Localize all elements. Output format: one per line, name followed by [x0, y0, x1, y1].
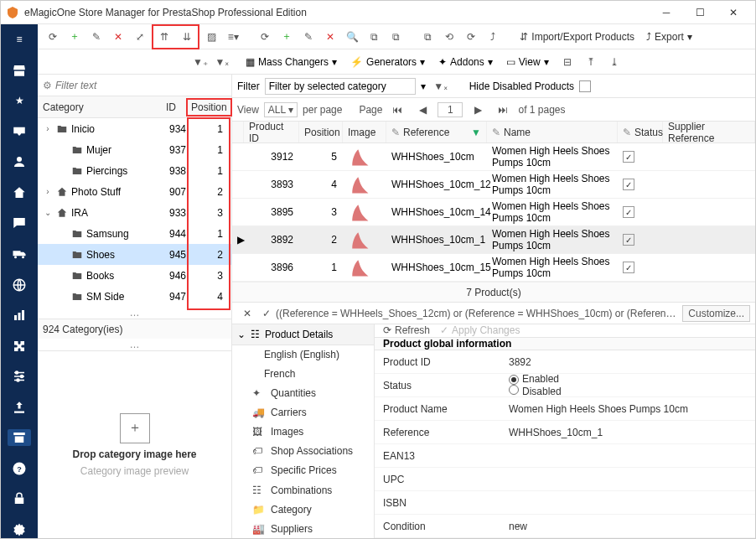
- nav-shop-assoc[interactable]: 🏷Shop Associations: [232, 442, 374, 461]
- filter-clear-button[interactable]: ▼ₓ: [431, 76, 451, 96]
- archive-icon[interactable]: [8, 429, 31, 447]
- product-refresh-button[interactable]: ⟳: [255, 27, 275, 47]
- category-filter-input[interactable]: [55, 80, 226, 91]
- filter-clear-icon[interactable]: ▼ₓ: [212, 52, 232, 72]
- detail-nav-header[interactable]: ⌄ ☷ Product Details: [232, 324, 374, 345]
- col-button-3[interactable]: ⤓: [604, 52, 624, 72]
- sliders-icon[interactable]: [8, 368, 31, 386]
- product-grid-row[interactable]: 38934WHHShoes_10cm_12Women High Heels Sh…: [232, 171, 755, 199]
- refresh-detail-button[interactable]: ⟳ Refresh: [383, 324, 430, 336]
- product-grid-row[interactable]: 38961WHHShoes_10cm_15Women High Heels Sh…: [232, 254, 755, 282]
- customize-filter-button[interactable]: Customize...: [682, 305, 750, 322]
- prev-page-button[interactable]: ◀: [412, 100, 432, 120]
- status-disabled-radio[interactable]: [509, 385, 519, 395]
- expand-button[interactable]: ⤢: [130, 27, 150, 47]
- paste-button[interactable]: ⧉: [386, 27, 406, 47]
- category-image-drop[interactable]: ＋ Drop category image here Category imag…: [38, 350, 231, 538]
- filter-close-icon[interactable]: ✕: [237, 303, 257, 324]
- maximize-button[interactable]: ☐: [683, 1, 717, 24]
- nav-suppliers[interactable]: 🏭Suppliers: [232, 519, 374, 538]
- nav-quantities[interactable]: ✦Quantities: [232, 384, 374, 403]
- globe-icon[interactable]: [8, 276, 31, 293]
- user-icon[interactable]: [8, 153, 31, 171]
- nav-carriers[interactable]: 🚚Carriers: [232, 403, 374, 422]
- window-title: eMagicOne Store Manager for PrestaShop P…: [24, 7, 650, 18]
- delete-button[interactable]: ✕: [108, 27, 128, 47]
- tool-button-3[interactable]: ⤴: [483, 27, 503, 47]
- truck-icon[interactable]: [8, 246, 31, 263]
- category-header-name[interactable]: Category: [38, 101, 148, 113]
- filter-funnel-icon[interactable]: ▼₊: [190, 52, 210, 72]
- nav-category[interactable]: 📁Category: [232, 500, 374, 519]
- gear-small-icon[interactable]: ⚙: [43, 80, 52, 91]
- product-grid-row[interactable]: ▶38922WHHShoes_10cm_1Women High Heels Sh…: [232, 226, 755, 254]
- details-icon: ☷: [251, 329, 260, 340]
- lock-icon[interactable]: [8, 490, 31, 508]
- filter-button[interactable]: ≡▾: [223, 27, 243, 47]
- last-page-button[interactable]: ⏭: [493, 100, 513, 120]
- nav-combinations[interactable]: ☷Combinations: [232, 480, 374, 500]
- titlebar: eMagicOne Store Manager for PrestaShop P…: [1, 1, 755, 24]
- view-dropdown[interactable]: ▭ View ▾: [501, 56, 554, 68]
- nav-images[interactable]: 🖼Images: [232, 422, 374, 442]
- store-icon[interactable]: [8, 62, 31, 80]
- tool-button-1[interactable]: ⟲: [439, 27, 459, 47]
- first-page-button[interactable]: ⏮: [387, 100, 407, 120]
- lang-french[interactable]: French: [232, 365, 374, 384]
- export-button[interactable]: ⤴Export▾: [641, 27, 697, 47]
- help-icon[interactable]: ?: [8, 459, 31, 477]
- product-grid-row[interactable]: 39125WHHShoes_10cmWomen High Heels Shoes…: [232, 143, 755, 171]
- col-button-2[interactable]: ⤒: [581, 52, 601, 72]
- product-delete-button[interactable]: ✕: [320, 27, 340, 47]
- move-up-button[interactable]: ⇈: [154, 27, 174, 47]
- inbox-icon[interactable]: [8, 123, 31, 141]
- header-supplier-ref[interactable]: Supplier Reference: [663, 122, 755, 143]
- tool-button-2[interactable]: ⟳: [461, 27, 481, 47]
- category-header-position[interactable]: Position: [181, 101, 231, 113]
- home-icon[interactable]: [8, 184, 31, 202]
- chat-icon[interactable]: [8, 215, 31, 232]
- star-icon[interactable]: ★: [8, 92, 31, 110]
- nav-specific-prices[interactable]: 🏷Specific Prices: [232, 461, 374, 480]
- move-down-button[interactable]: ⇊: [177, 27, 197, 47]
- category-header-id[interactable]: ID: [148, 101, 181, 113]
- header-image[interactable]: Image: [343, 122, 386, 143]
- filter-dropdown[interactable]: [265, 78, 416, 95]
- page-number-input[interactable]: 1: [438, 102, 463, 117]
- search-button[interactable]: 🔍: [342, 27, 362, 47]
- upload-icon[interactable]: [8, 398, 31, 416]
- minimize-button[interactable]: ─: [650, 1, 683, 24]
- refresh-button[interactable]: ⟳: [43, 27, 63, 47]
- edit-button[interactable]: ✎: [86, 27, 106, 47]
- menu-icon[interactable]: ≡: [8, 31, 31, 49]
- addons-dropdown[interactable]: ✦ Addons ▾: [433, 56, 498, 68]
- hide-disabled-checkbox[interactable]: [579, 80, 591, 92]
- col-button-1[interactable]: ⊟: [557, 52, 577, 72]
- header-name[interactable]: ✎Name: [487, 122, 618, 143]
- product-grid-row[interactable]: 38953WHHShoes_10cm_14Women High Heels Sh…: [232, 199, 755, 226]
- apply-changes-button[interactable]: ✓ Apply Changes: [440, 324, 520, 336]
- filter-active-checkbox[interactable]: ✓: [262, 308, 271, 319]
- close-button[interactable]: ✕: [717, 1, 750, 24]
- next-page-button[interactable]: ▶: [468, 100, 488, 120]
- header-status[interactable]: ✎Status: [618, 122, 663, 143]
- puzzle-icon[interactable]: [8, 337, 31, 355]
- copy-button[interactable]: ⧉: [364, 27, 384, 47]
- header-position[interactable]: Position: [299, 122, 343, 143]
- generators-dropdown[interactable]: ⚡ Generators ▾: [345, 56, 430, 68]
- gear-icon[interactable]: [8, 521, 31, 539]
- clone-button[interactable]: ⧉: [417, 27, 438, 47]
- lang-english[interactable]: English (English): [232, 345, 374, 365]
- header-reference[interactable]: ✎Reference▼: [386, 122, 487, 143]
- status-enabled-radio[interactable]: [509, 375, 519, 385]
- view-all-select[interactable]: ALL ▾: [264, 102, 298, 117]
- header-product-id[interactable]: Product ID: [244, 122, 299, 143]
- product-edit-button[interactable]: ✎: [298, 27, 318, 47]
- import-export-button[interactable]: ⇵Import/Export Products: [515, 27, 639, 47]
- category-split-handle[interactable]: …: [38, 339, 231, 350]
- mass-changers-dropdown[interactable]: ▦ Mass Changers ▾: [241, 56, 342, 68]
- add-button[interactable]: ＋: [65, 27, 85, 47]
- toggle-button-1[interactable]: ▨: [201, 27, 221, 47]
- chart-icon[interactable]: [8, 307, 31, 324]
- product-add-button[interactable]: ＋: [277, 27, 297, 47]
